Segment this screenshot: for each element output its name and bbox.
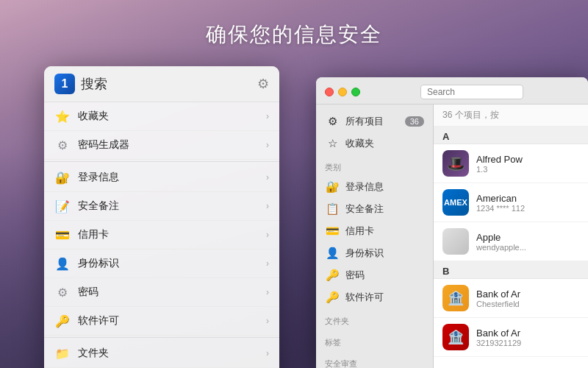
bank2-name: Bank of Ar [476, 328, 579, 339]
list-item-alfred[interactable]: 🎩 Alfred Pow 1.3 [434, 144, 588, 183]
apple-name: Apple [476, 232, 579, 243]
section-a: A [434, 127, 588, 144]
chevron-icon: › [266, 111, 269, 121]
onepassword-logo: 1 [62, 77, 68, 91]
amex-info: American 1234 **** 112 [476, 193, 579, 213]
mini-item-passwords[interactable]: ⚙ 密码 › [44, 278, 279, 307]
chevron-icon: › [266, 140, 269, 150]
logins-label: 登录信息 [345, 180, 424, 194]
sidebar-item-credit-cards[interactable]: 💳 信用卡 [316, 220, 433, 242]
mini-item-software[interactable]: 🔑 软件许可 › [44, 307, 279, 336]
divider [44, 337, 279, 338]
bank1-info: Bank of Ar Chesterfield [476, 289, 579, 308]
categories-title: 类别 [316, 155, 433, 176]
list-item-bank1[interactable]: 🏦 Bank of Ar Chesterfield [434, 279, 588, 318]
mini-item-folders[interactable]: 📁 文件夹 › [44, 339, 279, 368]
password-gen-label: 密码生成器 [78, 138, 266, 152]
bank2-info: Bank of Ar 3219321129 [476, 328, 579, 347]
folders-label: 文件夹 [78, 347, 266, 360]
mini-item-password-gen[interactable]: ⚙ 密码生成器 › [44, 131, 279, 160]
mini-item-identity[interactable]: 👤 身份标识 › [44, 250, 279, 278]
software-label: 软件许可 [78, 314, 266, 328]
identity-label: 身份标识 [345, 247, 424, 260]
credit-cards-label: 信用卡 [78, 228, 266, 241]
page-title: 确保您的信息安全 [0, 21, 588, 49]
section-b: B [434, 261, 588, 279]
bank2-icon: 🏦 [442, 324, 469, 350]
sidebar-item-logins[interactable]: 🔐 登录信息 [316, 176, 433, 198]
logins-icon: 🔐 [54, 169, 71, 185]
software-icon: 🔑 [325, 291, 340, 304]
list-item-apple[interactable]: Apple wendyapple... [434, 222, 588, 261]
bank2-sub: 3219321129 [476, 339, 579, 347]
divider [44, 161, 279, 162]
chevron-icon: › [266, 201, 269, 211]
minimize-button[interactable] [338, 88, 347, 96]
identity-label: 身份标识 [78, 257, 266, 270]
mini-item-credit-cards[interactable]: 💳 信用卡 › [44, 221, 279, 250]
sidebar-item-all[interactable]: ⚙ 所有项目 36 [316, 110, 433, 132]
credit-cards-label: 信用卡 [345, 224, 424, 238]
favorites-icon: ⭐ [54, 108, 71, 124]
apple-icon [442, 228, 469, 255]
alfred-name: Alfred Pow [476, 154, 579, 165]
security-title: 安全审查 [316, 351, 433, 368]
amex-name: American [476, 193, 579, 204]
secure-notes-icon: 📋 [325, 202, 340, 216]
sidebar-item-favorites[interactable]: ☆ 收藏夹 [316, 132, 433, 155]
bank1-icon: 🏦 [442, 285, 469, 311]
sidebar-item-identity[interactable]: 👤 身份标识 [316, 242, 433, 264]
credit-cards-icon: 💳 [325, 224, 340, 238]
list-item-amex[interactable]: AMEX American 1234 **** 112 [434, 183, 588, 222]
all-items-icon: ⚙ [325, 115, 340, 128]
sidebar-item-software[interactable]: 🔑 软件许可 [316, 286, 433, 308]
favorites-label: 收藏夹 [345, 137, 424, 150]
alfred-info: Alfred Pow 1.3 [476, 154, 579, 174]
window-content: ⚙ 所有项目 36 ☆ 收藏夹 类别 🔐 登录信息 📋 安全备注 💳 信用卡 [316, 105, 588, 368]
all-items-badge: 36 [405, 116, 424, 127]
mini-item-secure-notes[interactable]: 📝 安全备注 › [44, 192, 279, 221]
mini-gear-icon[interactable]: ⚙ [257, 76, 269, 92]
alfred-sub: 1.3 [476, 165, 579, 174]
chevron-icon: › [266, 230, 269, 240]
onepassword-icon: 1 [54, 74, 75, 94]
credit-cards-icon: 💳 [54, 227, 71, 243]
logins-label: 登录信息 [78, 171, 266, 184]
close-button[interactable] [325, 88, 334, 96]
maximize-button[interactable] [351, 88, 360, 96]
software-label: 软件许可 [345, 291, 424, 304]
bank1-sub: Chesterfield [476, 300, 579, 308]
mini-menu-header: 1 搜索 ⚙ [44, 66, 279, 102]
secure-notes-label: 安全备注 [345, 202, 424, 216]
list-item-bank2[interactable]: 🏦 Bank of Ar 3219321129 [434, 318, 588, 357]
tags-title: 标签 [316, 330, 433, 351]
amex-sub: 1234 **** 112 [476, 204, 579, 213]
favorites-label: 收藏夹 [78, 110, 266, 123]
bank1-name: Bank of Ar [476, 289, 579, 300]
passwords-label: 密码 [78, 286, 266, 299]
search-input[interactable] [420, 85, 523, 99]
chevron-icon: › [266, 287, 269, 297]
secure-notes-icon: 📝 [54, 198, 71, 214]
chevron-icon: › [266, 316, 269, 326]
mini-item-logins[interactable]: 🔐 登录信息 › [44, 163, 279, 192]
passwords-icon: 🔑 [325, 269, 340, 282]
software-icon: 🔑 [54, 313, 71, 329]
items-count: 36 个项目，按 [434, 105, 588, 127]
mini-item-favorites[interactable]: ⭐ 收藏夹 › [44, 102, 279, 131]
sidebar-item-passwords[interactable]: 🔑 密码 [316, 264, 433, 286]
logins-icon: 🔐 [325, 180, 340, 194]
identity-icon: 👤 [325, 247, 340, 260]
secure-notes-label: 安全备注 [78, 199, 266, 213]
main-list: 36 个项目，按 A 🎩 Alfred Pow 1.3 AMEX America… [434, 105, 588, 368]
traffic-lights-bar [316, 77, 588, 105]
chevron-icon: › [266, 348, 269, 358]
chevron-icon: › [266, 258, 269, 269]
passwords-icon: ⚙ [54, 284, 71, 300]
folders-icon: 📁 [54, 345, 71, 361]
password-gen-icon: ⚙ [54, 137, 71, 153]
alfred-icon: 🎩 [442, 150, 469, 177]
main-window: ⚙ 所有项目 36 ☆ 收藏夹 类别 🔐 登录信息 📋 安全备注 💳 信用卡 [316, 77, 588, 368]
sidebar-item-secure-notes[interactable]: 📋 安全备注 [316, 198, 433, 220]
apple-sub: wendyapple... [476, 243, 579, 252]
